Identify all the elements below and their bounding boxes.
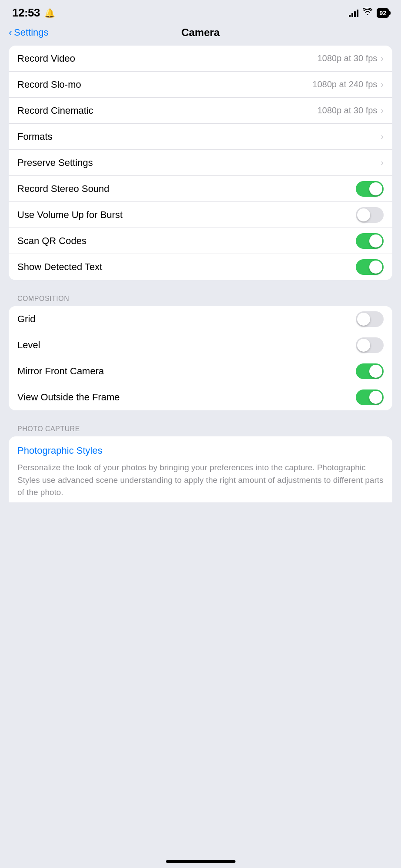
level-toggle[interactable] <box>356 337 384 353</box>
signal-icon <box>349 9 358 17</box>
page-title: Camera <box>181 26 219 39</box>
preserve-settings-right: › <box>381 158 384 168</box>
mirror-front-label: Mirror Front Camera <box>17 366 104 377</box>
mirror-front-toggle[interactable] <box>356 363 384 379</box>
home-indicator <box>166 860 235 863</box>
view-outside-toggle[interactable] <box>356 389 384 405</box>
toggle-knob <box>369 261 382 274</box>
photo-capture-group: Photographic Styles Personalize the look… <box>9 436 392 502</box>
formats-right: › <box>381 132 384 142</box>
grid-label: Grid <box>17 314 36 325</box>
preserve-settings-row[interactable]: Preserve Settings › <box>9 150 392 176</box>
record-video-right: 1080p at 30 fps › <box>317 53 384 63</box>
status-time: 12:53 <box>12 6 40 20</box>
chevron-right-icon: › <box>381 106 384 116</box>
record-stereo-toggle[interactable] <box>356 181 384 197</box>
scan-qr-row: Scan QR Codes <box>9 228 392 254</box>
record-slomo-label: Record Slo-mo <box>17 79 81 90</box>
record-slomo-value: 1080p at 240 fps <box>312 79 377 89</box>
formats-label: Formats <box>17 131 53 142</box>
toggle-knob <box>357 339 370 352</box>
volume-burst-label: Use Volume Up for Burst <box>17 209 123 221</box>
chevron-right-icon: › <box>381 132 384 142</box>
photographic-styles-title[interactable]: Photographic Styles <box>17 445 384 456</box>
photo-capture-section-header: PHOTO CAPTURE <box>0 421 401 436</box>
record-cinematic-label: Record Cinematic <box>17 105 93 116</box>
record-video-row[interactable]: Record Video 1080p at 30 fps › <box>9 46 392 72</box>
toggle-knob <box>369 391 382 404</box>
level-label: Level <box>17 340 40 351</box>
volume-burst-toggle[interactable] <box>356 207 384 223</box>
volume-burst-row: Use Volume Up for Burst <box>9 202 392 228</box>
photographic-styles-description: Personalize the look of your photos by b… <box>17 462 384 499</box>
show-detected-text-label: Show Detected Text <box>17 261 102 273</box>
record-cinematic-value: 1080p at 30 fps <box>317 106 377 116</box>
photographic-styles-row: Photographic Styles Personalize the look… <box>9 436 392 502</box>
status-icons: 92 <box>349 8 389 18</box>
back-button[interactable]: ‹ Settings <box>9 27 49 39</box>
chevron-right-icon: › <box>381 158 384 168</box>
mirror-front-row: Mirror Front Camera <box>9 358 392 384</box>
grid-toggle[interactable] <box>356 311 384 327</box>
view-outside-label: View Outside the Frame <box>17 392 120 403</box>
preserve-settings-label: Preserve Settings <box>17 157 93 168</box>
nav-bar: ‹ Settings Camera <box>0 23 401 46</box>
composition-section-header: COMPOSITION <box>0 290 401 306</box>
status-bar: 12:53 🔔 92 <box>0 0 401 23</box>
record-cinematic-right: 1080p at 30 fps › <box>317 106 384 116</box>
bell-muted-icon: 🔔 <box>44 8 55 18</box>
toggle-knob <box>357 313 370 326</box>
main-settings-group: Record Video 1080p at 30 fps › Record Sl… <box>9 46 392 280</box>
wifi-icon <box>363 8 372 18</box>
record-cinematic-row[interactable]: Record Cinematic 1080p at 30 fps › <box>9 98 392 124</box>
composition-settings-group: Grid Level Mirror Front Camera View Outs… <box>9 306 392 410</box>
toggle-knob <box>369 234 382 248</box>
record-slomo-right: 1080p at 240 fps › <box>312 79 384 89</box>
chevron-right-icon: › <box>381 53 384 63</box>
show-detected-text-row: Show Detected Text <box>9 254 392 280</box>
toggle-knob <box>369 182 382 195</box>
record-video-value: 1080p at 30 fps <box>317 53 377 63</box>
scan-qr-toggle[interactable] <box>356 233 384 249</box>
chevron-right-icon: › <box>381 79 384 89</box>
toggle-knob <box>357 208 370 221</box>
level-row: Level <box>9 332 392 358</box>
record-stereo-row: Record Stereo Sound <box>9 176 392 202</box>
scan-qr-label: Scan QR Codes <box>17 235 86 247</box>
toggle-knob <box>369 365 382 378</box>
grid-row: Grid <box>9 306 392 332</box>
formats-row[interactable]: Formats › <box>9 124 392 150</box>
record-video-label: Record Video <box>17 53 75 64</box>
show-detected-text-toggle[interactable] <box>356 259 384 275</box>
back-label: Settings <box>14 27 49 38</box>
back-chevron-icon: ‹ <box>9 26 12 39</box>
record-stereo-label: Record Stereo Sound <box>17 183 109 195</box>
view-outside-row: View Outside the Frame <box>9 384 392 410</box>
battery-icon: 92 <box>377 8 389 18</box>
record-slomo-row[interactable]: Record Slo-mo 1080p at 240 fps › <box>9 72 392 98</box>
